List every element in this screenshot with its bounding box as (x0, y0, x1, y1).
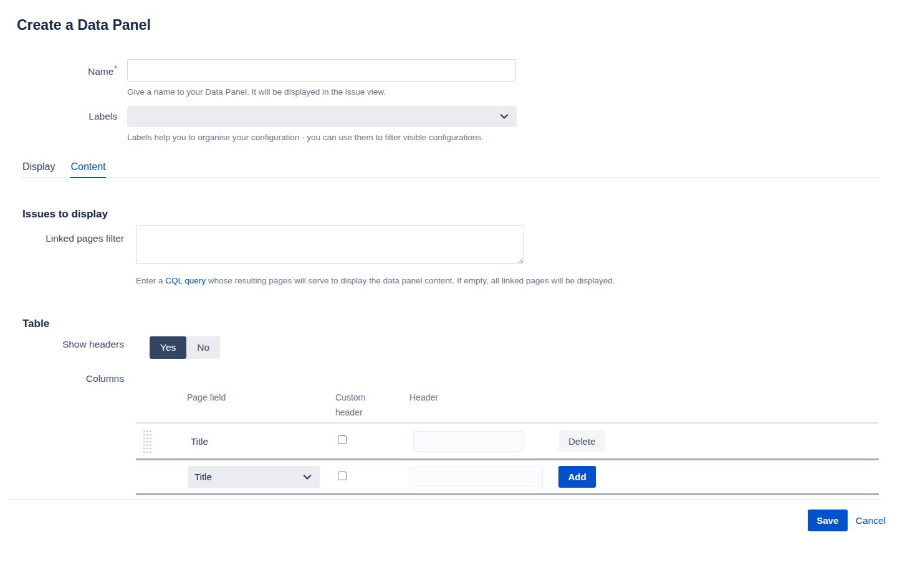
labels-help-text: Labels help you to organise your configu… (127, 133, 517, 142)
columns-table-header: Page field Custom header Header (136, 386, 879, 424)
page-title: Create a Data Panel (17, 17, 900, 34)
tab-display[interactable]: Display (22, 161, 55, 177)
header-input[interactable] (413, 431, 524, 452)
issues-section-title: Issues to display (22, 208, 900, 220)
linked-pages-filter-label: Linked pages filter (0, 225, 136, 244)
show-headers-row: Show headers Yes No (0, 336, 900, 359)
labels-label: Labels (0, 106, 127, 122)
header-input[interactable] (409, 467, 543, 487)
show-headers-toggle: Yes No (150, 336, 220, 359)
save-button[interactable]: Save (808, 510, 848, 531)
linked-pages-filter-control: Enter a CQL query whose resulting pages … (136, 225, 615, 285)
columns-label: Columns (0, 373, 136, 384)
footer-actions: Save Cancel (0, 510, 886, 531)
linked-pages-filter-textarea[interactable] (136, 225, 524, 264)
tab-content[interactable]: Content (70, 161, 105, 178)
columns-table: Page field Custom header Header Title De… (136, 386, 879, 495)
name-label: Name* (0, 59, 127, 77)
name-help-text: Give a name to your Data Panel. It will … (127, 87, 516, 97)
cql-query-link[interactable]: CQL query (165, 276, 206, 285)
chevron-down-icon (303, 472, 312, 483)
add-column-row: Title Add (136, 460, 879, 495)
labels-field-control: Labels help you to organise your configu… (127, 106, 517, 142)
row-page-field-value: Title (187, 436, 335, 447)
add-button[interactable]: Add (558, 466, 596, 488)
column-header-header: Header (409, 390, 558, 405)
chevron-down-icon (500, 111, 509, 122)
show-headers-label: Show headers (0, 336, 136, 350)
name-field-row: Name* Give a name to your Data Panel. It… (0, 59, 900, 97)
create-data-panel-page: Create a Data Panel Name* Give a name to… (0, 17, 900, 588)
labels-select[interactable] (127, 106, 517, 127)
cql-help-prefix: Enter a (136, 276, 165, 285)
show-headers-yes-button[interactable]: Yes (150, 336, 186, 359)
name-input[interactable] (127, 59, 516, 82)
table-section-title: Table (22, 318, 900, 330)
labels-field-row: Labels Labels help you to organise your … (0, 106, 900, 142)
page-field-select[interactable]: Title (188, 466, 320, 488)
cancel-link[interactable]: Cancel (856, 515, 886, 526)
custom-header-checkbox[interactable] (338, 435, 347, 444)
drag-handle-icon[interactable] (142, 429, 151, 453)
page-field-select-value: Title (188, 472, 212, 482)
form-bottom-divider (10, 500, 879, 500)
linked-pages-filter-row: Linked pages filter Enter a CQL query wh… (0, 225, 900, 285)
column-header-page-field: Page field (187, 390, 335, 405)
show-headers-no-button[interactable]: No (186, 336, 220, 359)
required-asterisk: * (114, 64, 117, 73)
custom-header-checkbox[interactable] (338, 472, 347, 480)
columns-section: Columns Page field Custom header Header … (0, 373, 900, 495)
cql-help-suffix: whose resulting pages will serve to disp… (206, 276, 615, 285)
delete-button[interactable]: Delete (558, 430, 605, 452)
column-header-custom-header: Custom header (335, 390, 409, 420)
cql-help-text: Enter a CQL query whose resulting pages … (136, 276, 615, 285)
tab-bar: Display Content (22, 161, 879, 178)
name-field-control: Give a name to your Data Panel. It will … (127, 59, 516, 97)
table-row: Title Delete (136, 424, 879, 460)
